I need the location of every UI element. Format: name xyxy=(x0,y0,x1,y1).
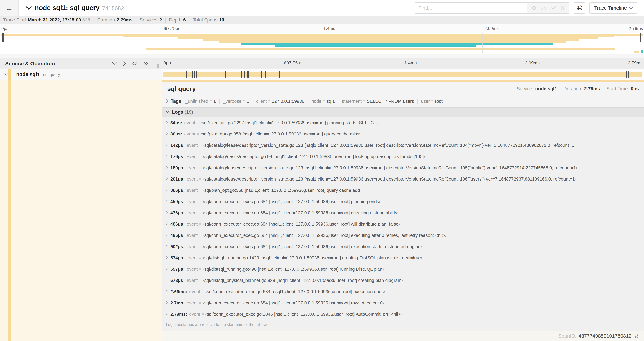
log-entry-row[interactable]: 189μs:event=‹sql/catalog/lease/descripto… xyxy=(162,162,644,173)
log-chevron-icon[interactable] xyxy=(166,177,168,181)
log-entry-row[interactable]: 495μs:event=‹sql/conn_executor_exec.go:6… xyxy=(162,230,644,241)
log-marker-tick[interactable] xyxy=(628,71,629,78)
log-chevron-icon[interactable] xyxy=(166,211,168,215)
column-resize-grip[interactable] xyxy=(157,65,159,68)
log-marker-tick[interactable] xyxy=(168,71,168,78)
minimap-left-scrubber[interactable] xyxy=(2,34,4,42)
span-color-stripe xyxy=(8,80,10,341)
log-marker-tick[interactable] xyxy=(196,71,197,78)
span-collapse-chevron-icon[interactable] xyxy=(4,73,8,76)
minimap-span-bar xyxy=(123,36,614,38)
trace-view-dropdown[interactable]: Trace Timeline xyxy=(590,3,638,14)
log-entry-row[interactable]: 459μs:event=‹sql/conn_executor_exec.go:6… xyxy=(162,196,644,207)
log-entry-row[interactable]: 597μs:event=‹sql/distsql_running.go:498 … xyxy=(162,263,644,275)
minimap-right-scrubber[interactable] xyxy=(640,34,642,42)
expand-all-icon[interactable] xyxy=(144,61,148,66)
trace-minimap[interactable] xyxy=(1,33,643,53)
log-chevron-icon[interactable] xyxy=(166,222,168,226)
log-entry-row[interactable]: 2.7ms:event=‹sql/conn_executor_exec.go:6… xyxy=(162,297,644,308)
collapse-all-icon[interactable] xyxy=(132,61,138,66)
log-entry-row[interactable]: 476μs:event=‹sql/conn_executor_exec.go:6… xyxy=(162,207,644,218)
log-entry-row[interactable]: 678μs:event=‹sql/distsql_physical_planne… xyxy=(162,275,644,286)
find-input[interactable] xyxy=(414,3,527,14)
log-marker-tick[interactable] xyxy=(247,71,248,78)
scope-icon[interactable] xyxy=(531,5,536,11)
trace-info-label: Trace Start xyxy=(3,17,26,23)
log-open-quote: ‹ xyxy=(203,266,204,272)
timeline-time-ruler: 0μs697.75μs1.4ms2.09ms2.79ms xyxy=(162,58,644,69)
tag-equals: = xyxy=(210,99,212,104)
collapse-one-icon[interactable] xyxy=(112,62,117,65)
find-next-icon[interactable] xyxy=(551,6,556,10)
tag-item[interactable]: statement=SELECT * FROM users xyxy=(342,99,414,104)
log-chevron-icon[interactable] xyxy=(166,244,168,249)
log-chevron-icon[interactable] xyxy=(166,289,168,294)
log-marker-tick[interactable] xyxy=(186,71,187,78)
log-chevron-icon[interactable] xyxy=(166,301,168,305)
log-chevron-icon[interactable] xyxy=(166,267,168,271)
deep-link-icon[interactable] xyxy=(634,333,640,339)
log-chevron-icon[interactable] xyxy=(166,166,168,170)
log-chevron-icon[interactable] xyxy=(166,256,168,260)
log-entry-row[interactable]: 502μs:event=‹sql/conn_executor_exec.go:6… xyxy=(162,241,644,252)
span-timeline-cell[interactable] xyxy=(162,69,644,80)
tag-item[interactable]: user=root xyxy=(421,99,443,104)
log-timestamp: 678μs: xyxy=(170,278,184,283)
log-event-text: sql/conn_executor_exec.go:684 [nsql1,cli… xyxy=(204,300,382,306)
log-marker-tick[interactable] xyxy=(225,71,226,78)
log-entry-row[interactable]: 34μs:event=‹sql/exec_util.go:2297 [nsql1… xyxy=(162,117,644,128)
log-entry-row[interactable]: 201μs:event=‹sql/catalog/lease/descripto… xyxy=(162,173,644,185)
log-chevron-icon[interactable] xyxy=(166,132,168,136)
log-entry-row[interactable]: 2.69ms:event=‹sql/conn_executor_exec.go:… xyxy=(162,286,644,297)
log-marker-tick[interactable] xyxy=(626,71,627,78)
log-chevron-icon[interactable] xyxy=(166,312,168,316)
log-entry-row[interactable]: 366μs:event=‹sql/plan_opt.go:358 [nsql1,… xyxy=(162,185,644,196)
log-chevron-icon[interactable] xyxy=(166,278,168,282)
log-close-quote: › xyxy=(397,210,399,216)
back-button[interactable]: ← xyxy=(0,0,18,16)
log-entry-row[interactable]: 574μs:event=‹sql/distsql_running.go:1420… xyxy=(162,252,644,263)
clear-find-icon[interactable] xyxy=(560,6,565,10)
span-meta-value: 0μs xyxy=(631,86,639,92)
tag-item[interactable]: node=sql1 xyxy=(312,99,335,104)
logs-count: (18) xyxy=(185,110,193,115)
log-marker-tick[interactable] xyxy=(194,71,195,78)
minimap-gridline xyxy=(482,33,483,53)
collapse-trace-chevron-icon[interactable] xyxy=(26,6,32,10)
log-entry-row[interactable]: 486μs:event=‹sql/conn_executor_exec.go:6… xyxy=(162,218,644,230)
log-chevron-icon[interactable] xyxy=(166,233,168,237)
log-chevron-icon[interactable] xyxy=(166,121,168,125)
log-marker-tick[interactable] xyxy=(241,71,242,78)
span-row-name-column[interactable]: node sql1 sql query xyxy=(0,69,162,80)
log-entry-row[interactable]: 176μs:event=‹sql/catalog/descs/descripto… xyxy=(162,151,644,162)
log-chevron-icon[interactable] xyxy=(166,199,168,204)
find-prev-icon[interactable] xyxy=(541,6,546,10)
log-marker-tick[interactable] xyxy=(248,71,249,78)
log-marker-tick[interactable] xyxy=(261,71,262,78)
tags-section[interactable]: Tags: _unfinished=1_verbose=1client=127.… xyxy=(162,96,644,107)
tag-item[interactable]: client=127.0.0.1:59936 xyxy=(256,99,304,104)
log-marker-tick[interactable] xyxy=(246,71,246,78)
log-marker-tick[interactable] xyxy=(192,71,193,78)
log-marker-tick[interactable] xyxy=(244,71,244,78)
log-chevron-icon[interactable] xyxy=(166,143,168,147)
tag-separator xyxy=(308,99,308,104)
log-entry-row[interactable]: 80μs:event=‹sql/plan_opt.go:358 [nsql1,c… xyxy=(162,128,644,140)
log-marker-tick[interactable] xyxy=(176,71,176,78)
keyboard-shortcuts-button[interactable]: ⌘ xyxy=(573,3,585,14)
log-entry-row[interactable]: 142μs:event=‹sql/catalog/lease/descripto… xyxy=(162,140,644,151)
log-field-key: event xyxy=(186,165,198,171)
log-entry-row[interactable]: 2.79ms:event=‹sql/conn_executor_exec.go:… xyxy=(162,308,644,320)
log-marker-tick[interactable] xyxy=(265,71,266,78)
log-open-quote: ‹ xyxy=(203,244,204,249)
tag-item[interactable]: _verbose=1 xyxy=(223,99,249,104)
log-marker-tick[interactable] xyxy=(279,71,280,78)
logs-section-header[interactable]: Logs (18) xyxy=(162,107,644,117)
expand-one-icon[interactable] xyxy=(123,61,126,66)
tag-item[interactable]: _unfinished=1 xyxy=(185,99,216,104)
log-chevron-icon[interactable] xyxy=(166,154,168,159)
log-chevron-icon[interactable] xyxy=(166,188,168,192)
span-row[interactable]: node sql1 sql query xyxy=(0,69,644,80)
span-duration-bar[interactable] xyxy=(163,72,642,77)
log-close-quote: › xyxy=(401,311,402,317)
